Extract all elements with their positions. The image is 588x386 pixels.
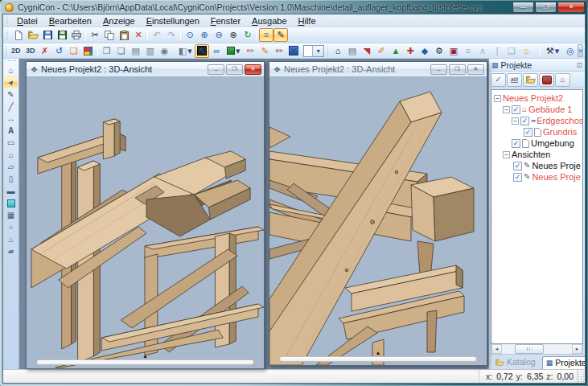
- pencil-orange-button[interactable]: ✎: [257, 44, 272, 58]
- text-tool-button[interactable]: A: [4, 125, 18, 137]
- windows-cascade-button[interactable]: ❐: [100, 44, 114, 58]
- roof-wizard-button[interactable]: ⌂: [331, 44, 345, 58]
- visibility-checkbox[interactable]: ✓: [512, 139, 520, 148]
- search-settings-button[interactable]: ◎: [563, 44, 578, 58]
- save-button[interactable]: [40, 28, 55, 42]
- menu-ausgabe[interactable]: Ausgabe: [246, 15, 292, 27]
- roof-frame-tool-button[interactable]: ⌂: [4, 233, 18, 245]
- beam-tool-button[interactable]: ▬: [4, 185, 18, 197]
- stairs-button[interactable]: ≡: [461, 44, 475, 58]
- collapse-toggle[interactable]: −: [503, 151, 510, 158]
- building-export-button[interactable]: ⌂: [519, 44, 533, 58]
- toolbar-grip[interactable]: [6, 45, 6, 56]
- delete-button[interactable]: ✕: [131, 28, 146, 42]
- print-button[interactable]: [69, 28, 84, 42]
- save-all-button[interactable]: [55, 28, 69, 42]
- refresh-view-button[interactable]: ↻: [241, 28, 255, 42]
- child-minimize-button[interactable]: –: [208, 64, 224, 75]
- rotate-view-button[interactable]: ↺: [52, 44, 67, 58]
- dormer-tool-button[interactable]: ⌂: [4, 221, 18, 233]
- pin-icon[interactable]: ⊡: [576, 61, 582, 69]
- pencil-tool-button[interactable]: ✎: [4, 88, 18, 101]
- camera-export-button[interactable]: ◉: [158, 44, 172, 58]
- tree-item-umgebung[interactable]: ✓ Umgebung: [494, 138, 582, 149]
- report-list-button[interactable]: ≡: [259, 28, 273, 42]
- child-minimize-button[interactable]: –: [430, 64, 447, 75]
- zoom-in-button[interactable]: ⊕: [197, 28, 212, 42]
- style-combobox[interactable]: ▾: [303, 45, 324, 57]
- menu-bearbeiten[interactable]: Bearbeiten: [43, 15, 97, 27]
- delete-project-button[interactable]: ✕: [539, 73, 554, 87]
- menu-einstellungen[interactable]: Einstellungen: [141, 15, 205, 27]
- tools-wrench-button[interactable]: ⚒▾: [542, 44, 563, 58]
- dimension-tool-button[interactable]: ↔: [4, 113, 18, 125]
- child-restore-button[interactable]: ❐: [449, 64, 466, 75]
- 3d-view-window-2[interactable]: ❖ Neues Projekt2 : 3D-Ansicht – ❐ ✕: [269, 61, 487, 366]
- select-tool-button[interactable]: ➤: [4, 76, 18, 88]
- notes-button[interactable]: ❏: [504, 44, 519, 58]
- zoom-out-button[interactable]: ⊖: [212, 28, 226, 42]
- column-tool-button[interactable]: ▯: [4, 173, 18, 185]
- toolbar-grip[interactable]: [6, 29, 9, 41]
- new-file-button[interactable]: [11, 28, 26, 42]
- visibility-checkbox[interactable]: ✓: [513, 173, 522, 182]
- collapse-toggle[interactable]: −: [503, 106, 510, 113]
- tab-katalog[interactable]: Katalog: [491, 355, 541, 369]
- 3d-viewport[interactable]: ▲: [269, 77, 487, 365]
- windows-tile-button[interactable]: ❏: [114, 44, 129, 58]
- 3d-scene-left[interactable]: [27, 77, 264, 368]
- tree-item-gebaeude-1[interactable]: − ✓ ⌂ Gebäude 1: [494, 104, 582, 115]
- collapse-toggle[interactable]: −: [494, 95, 501, 102]
- zoom-cancel-button[interactable]: ⊗: [226, 28, 241, 42]
- split-vertical-button[interactable]: ▥: [143, 44, 158, 58]
- pencil-dark-button[interactable]: ✏: [272, 44, 286, 58]
- maximize-button[interactable]: ❐: [535, 2, 557, 13]
- child-close-button[interactable]: ✕: [467, 64, 484, 75]
- cut-button[interactable]: ✂: [88, 28, 102, 42]
- palette-grip[interactable]: [5, 60, 17, 63]
- zoom-button[interactable]: ⊙: [183, 28, 197, 42]
- slab-tool-button[interactable]: ▱: [4, 161, 18, 173]
- measure-tool-button[interactable]: ✗: [38, 44, 52, 58]
- edit-mode-button[interactable]: ✎: [273, 28, 288, 42]
- scroll-left-arrow[interactable]: ◂: [491, 344, 502, 354]
- 3d-view-window-1[interactable]: ❖ Neues Projekt2 : 3D-Ansicht – ❐ ✕: [26, 61, 265, 369]
- copy-button[interactable]: [102, 28, 117, 42]
- building-tool-button[interactable]: ⌂: [4, 64, 18, 76]
- view-2d-button[interactable]: 2D: [9, 44, 23, 58]
- roof-arrows-button[interactable]: ∧: [475, 44, 490, 58]
- eraser-tool-button[interactable]: ▰: [4, 245, 18, 257]
- profile-button[interactable]: ∫: [490, 44, 504, 58]
- minimize-button[interactable]: —: [512, 2, 534, 13]
- 3d-viewport[interactable]: ▲: [27, 77, 264, 368]
- pencil-red-button[interactable]: ✏: [243, 44, 257, 58]
- terrain-button[interactable]: ▲: [389, 44, 403, 58]
- menu-anzeige[interactable]: Anzeige: [97, 15, 141, 27]
- tree-item-grundriss[interactable]: ✓ Grundris: [494, 126, 582, 138]
- combobox-dropdown-button[interactable]: ▾: [312, 46, 323, 56]
- toolbar-overflow-button[interactable]: »: [578, 44, 583, 57]
- close-button[interactable]: ✕: [557, 2, 585, 13]
- reference-grid-button[interactable]: [81, 44, 96, 58]
- menu-hilfe[interactable]: Hilfe: [293, 15, 322, 27]
- collapse-toggle[interactable]: −: [512, 117, 519, 125]
- visibility-checkbox[interactable]: ✓: [513, 162, 522, 170]
- layers-button[interactable]: ▤: [345, 44, 360, 58]
- view-pan-slider[interactable]: ▲: [279, 356, 477, 362]
- 3d-scene-right[interactable]: [269, 77, 487, 365]
- toolbar-grip[interactable]: [327, 45, 328, 56]
- wall-tool-button[interactable]: ▭: [4, 137, 18, 149]
- scrollbar-track[interactable]: [502, 344, 572, 354]
- child-restore-button[interactable]: ❐: [226, 64, 243, 75]
- visibility-checkbox[interactable]: ✓: [524, 128, 532, 137]
- roof-detail-button[interactable]: ◥: [360, 44, 374, 58]
- colored-window-button[interactable]: ▣: [446, 44, 461, 58]
- tree-item-ansichten[interactable]: − Ansichten: [494, 149, 582, 160]
- child-title-bar[interactable]: ❖ Neues Projekt2 : 3D-Ansicht – ❐ ✕: [269, 62, 487, 77]
- paste-button[interactable]: [117, 28, 131, 42]
- object-3d-tool-button[interactable]: [4, 197, 18, 209]
- child-title-bar[interactable]: ❖ Neues Projekt2 : 3D-Ansicht – ❐ ✕: [27, 62, 264, 77]
- scrollbar-thumb[interactable]: [515, 344, 545, 354]
- hand-rotate-button[interactable]: ✐: [374, 44, 389, 58]
- fill-color-button[interactable]: ▾: [224, 44, 243, 58]
